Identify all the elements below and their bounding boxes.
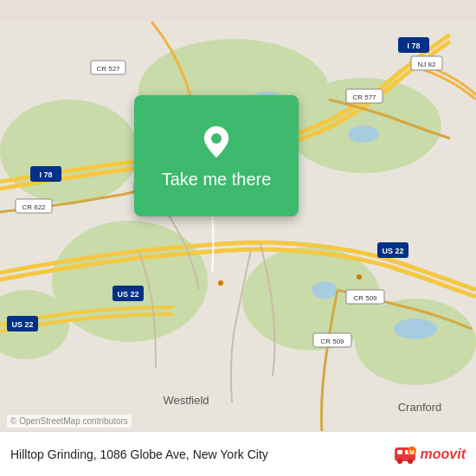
moovit-logo: M moovit (393, 442, 466, 466)
svg-point-44 (408, 459, 413, 464)
moovit-name: moovit (421, 447, 466, 462)
svg-point-11 (394, 318, 437, 339)
svg-point-3 (0, 100, 138, 203)
svg-text:I 78: I 78 (39, 170, 52, 179)
svg-text:NJ 82: NJ 82 (418, 61, 436, 68)
svg-point-4 (52, 221, 208, 342)
svg-point-40 (211, 133, 222, 144)
take-me-label: Take me there (162, 170, 272, 190)
svg-text:CR 577: CR 577 (352, 93, 376, 101)
take-me-card[interactable]: Take me there (134, 95, 299, 216)
svg-text:US 22: US 22 (382, 247, 403, 255)
svg-text:I 78: I 78 (407, 42, 420, 50)
svg-text:Cranford: Cranford (398, 401, 442, 414)
copyright-text: © OpenStreetMap contributors (7, 415, 132, 428)
svg-text:M: M (409, 449, 415, 455)
map-container: I 78 I 78 US 22 US 22 US 22 CR 527 CR 57… (0, 0, 476, 476)
svg-text:US 22: US 22 (117, 290, 138, 299)
svg-text:CR 622: CR 622 (22, 203, 46, 211)
svg-point-39 (357, 274, 362, 280)
svg-text:CR 509: CR 509 (320, 338, 344, 345)
svg-text:CR 509: CR 509 (353, 294, 377, 302)
location-text: Hilltop Grinding, 1086 Globe Ave, New Yo… (10, 447, 393, 461)
svg-rect-45 (397, 450, 402, 454)
svg-point-43 (397, 459, 402, 464)
moovit-icon: M (393, 442, 417, 466)
svg-point-38 (218, 280, 223, 286)
location-pin-icon (197, 123, 235, 161)
svg-text:US 22: US 22 (11, 320, 33, 329)
svg-text:CR 527: CR 527 (96, 65, 120, 73)
svg-point-9 (348, 125, 379, 143)
bottom-bar: Hilltop Grinding, 1086 Globe Ave, New Yo… (0, 431, 476, 476)
svg-point-10 (312, 281, 338, 299)
svg-point-6 (355, 299, 476, 385)
svg-text:Westfield: Westfield (163, 394, 209, 407)
